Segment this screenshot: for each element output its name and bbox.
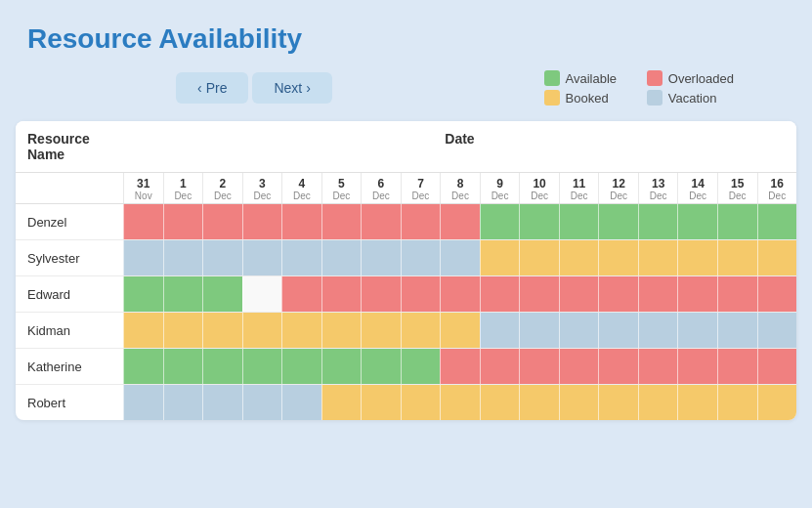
availability-cell: [440, 385, 480, 420]
availability-cell: [123, 240, 163, 275]
pre-button[interactable]: ‹ Pre: [176, 72, 248, 104]
availability-cell: [321, 204, 362, 239]
date-cell: 16Dec: [757, 173, 797, 203]
resource-name-cell: Kidman: [16, 313, 123, 348]
date-month: Dec: [324, 190, 360, 201]
availability-cell: [440, 276, 480, 312]
availability-cell: [401, 240, 441, 275]
availability-cell: [281, 240, 321, 275]
table-row: Robert: [16, 385, 796, 420]
date-cell: 15Dec: [717, 173, 757, 203]
availability-cell: [401, 276, 441, 312]
legend: AvailableOverloadedBookedVacation: [544, 70, 734, 106]
availability-cell: [598, 240, 638, 275]
date-month: Dec: [562, 190, 597, 201]
availability-cell: [519, 276, 559, 312]
availability-cell: [717, 385, 757, 420]
legend-swatch: [647, 90, 662, 106]
availability-cell: [717, 240, 757, 275]
availability-cell: [163, 349, 203, 384]
resource-cells: [123, 240, 796, 275]
availability-cell: [757, 349, 797, 384]
chevron-left-icon: ‹: [197, 80, 202, 96]
date-cell: 14Dec: [677, 173, 717, 203]
resource-table: Resource Name Date 31Nov1Dec2Dec3Dec4Dec…: [16, 121, 796, 420]
availability-cell: [638, 385, 678, 420]
date-month: Dec: [166, 190, 201, 201]
availability-cell: [361, 313, 401, 348]
date-number: 5: [324, 177, 360, 190]
resource-name-cell: Katherine: [16, 349, 123, 384]
availability-cell: [163, 240, 203, 275]
legend-item-vacation: Vacation: [647, 90, 734, 106]
date-cell: 12Dec: [598, 173, 638, 203]
legend-swatch: [544, 90, 560, 106]
date-number: 16: [760, 177, 795, 190]
availability-cell: [519, 240, 559, 275]
next-button[interactable]: Next ›: [252, 72, 331, 104]
availability-cell: [677, 240, 717, 275]
date-month: Dec: [363, 190, 399, 201]
availability-cell: [559, 349, 599, 384]
date-number: 6: [363, 177, 399, 190]
availability-cell: [757, 385, 797, 420]
availability-cell: [202, 313, 242, 348]
date-number: 11: [562, 177, 597, 190]
date-number: 13: [641, 177, 676, 190]
availability-cell: [638, 276, 678, 312]
availability-cell: [202, 349, 242, 384]
next-label: Next: [274, 80, 302, 96]
date-month: Dec: [641, 190, 676, 201]
date-number: 31: [126, 177, 161, 190]
availability-cell: [638, 204, 678, 239]
availability-cell: [598, 349, 638, 384]
date-month: Dec: [720, 190, 755, 201]
legend-item-overloaded: Overloaded: [647, 70, 734, 86]
date-header-row: 31Nov1Dec2Dec3Dec4Dec5Dec6Dec7Dec8Dec9De…: [16, 173, 796, 204]
resource-name-cell: Edward: [16, 276, 123, 312]
resource-name-cell: Denzel: [16, 204, 123, 239]
date-number: 1: [166, 177, 201, 190]
table-row: Edward: [16, 276, 796, 313]
availability-cell: [677, 385, 717, 420]
date-number: 3: [245, 177, 280, 190]
table-row: Denzel: [16, 204, 796, 240]
nav-buttons: ‹ Pre Next ›: [176, 72, 332, 104]
date-cell: 7Dec: [401, 173, 441, 203]
availability-cell: [519, 385, 559, 420]
availability-cell: [598, 204, 638, 239]
availability-cell: [559, 313, 599, 348]
date-month: Dec: [404, 190, 439, 201]
date-cell: 4Dec: [281, 173, 321, 203]
date-month: Dec: [205, 190, 240, 201]
availability-cell: [677, 204, 717, 239]
availability-cell: [717, 204, 757, 239]
date-month: Dec: [284, 190, 320, 201]
availability-cell: [677, 349, 717, 384]
availability-cell: [480, 313, 520, 348]
date-month: Dec: [680, 190, 715, 201]
availability-cell: [638, 349, 678, 384]
availability-cell: [519, 204, 559, 239]
date-month: Dec: [760, 190, 795, 201]
date-month: Nov: [126, 190, 161, 201]
date-cell: 8Dec: [440, 173, 480, 203]
date-cell: 1Dec: [163, 173, 203, 203]
date-cell: 2Dec: [202, 173, 242, 203]
date-number: 10: [522, 177, 557, 190]
date-cell: 31Nov: [123, 173, 163, 203]
availability-cell: [638, 313, 678, 348]
legend-swatch: [647, 70, 662, 86]
resource-cells: [123, 385, 796, 420]
availability-cell: [321, 349, 362, 384]
legend-label: Available: [566, 71, 618, 86]
availability-cell: [440, 240, 480, 275]
availability-cell: [480, 204, 520, 239]
availability-cell: [163, 204, 203, 239]
pre-label: Pre: [206, 80, 228, 96]
availability-cell: [123, 204, 163, 239]
availability-cell: [401, 349, 441, 384]
legend-label: Booked: [566, 91, 609, 106]
availability-cell: [281, 349, 321, 384]
availability-cell: [559, 240, 599, 275]
